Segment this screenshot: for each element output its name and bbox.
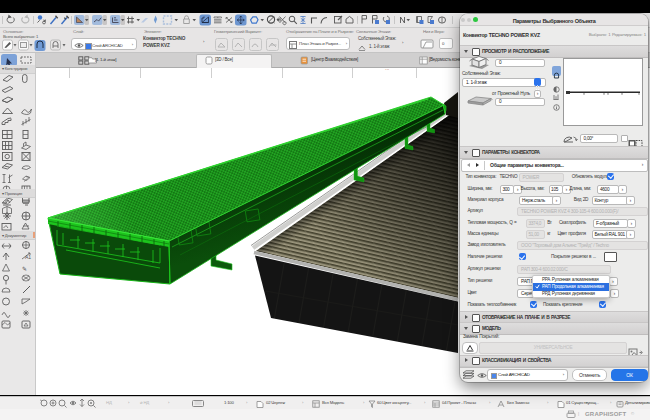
- svg-text:A1: A1: [25, 254, 31, 260]
- svg-text:✎: ✎: [22, 266, 27, 272]
